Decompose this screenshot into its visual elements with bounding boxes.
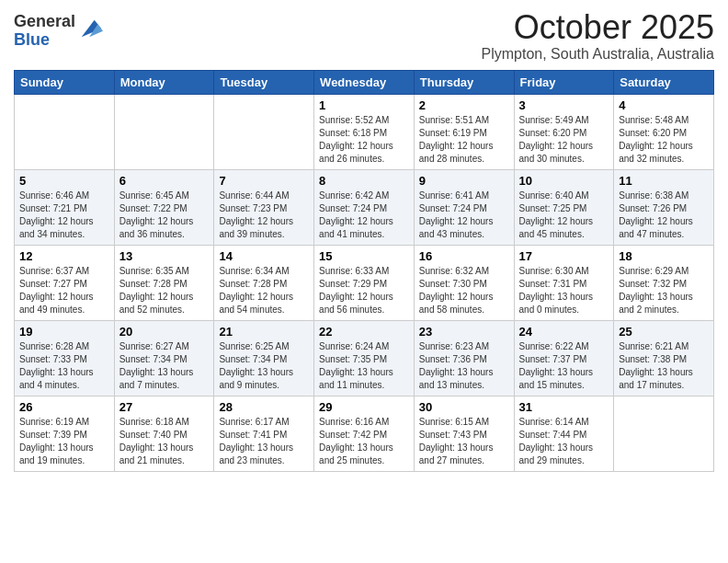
calendar-cell: 18Sunrise: 6:29 AM Sunset: 7:32 PM Dayli…	[614, 245, 714, 320]
day-number: 7	[219, 174, 309, 188]
day-info: Sunrise: 6:21 AM Sunset: 7:38 PM Dayligh…	[619, 340, 709, 392]
day-info: Sunrise: 5:48 AM Sunset: 6:20 PM Dayligh…	[619, 114, 709, 166]
calendar-cell: 7Sunrise: 6:44 AM Sunset: 7:23 PM Daylig…	[214, 169, 314, 245]
day-number: 5	[19, 174, 109, 188]
day-info: Sunrise: 6:33 AM Sunset: 7:29 PM Dayligh…	[319, 265, 409, 316]
day-info: Sunrise: 6:32 AM Sunset: 7:30 PM Dayligh…	[419, 265, 509, 316]
day-info: Sunrise: 6:25 AM Sunset: 7:34 PM Dayligh…	[219, 340, 309, 392]
day-number: 15	[319, 249, 409, 263]
day-number: 26	[19, 400, 109, 414]
day-info: Sunrise: 5:49 AM Sunset: 6:20 PM Dayligh…	[519, 114, 609, 166]
calendar-cell: 19Sunrise: 6:28 AM Sunset: 7:33 PM Dayli…	[15, 320, 115, 396]
calendar-week-3: 12Sunrise: 6:37 AM Sunset: 7:27 PM Dayli…	[15, 245, 714, 320]
calendar-cell: 10Sunrise: 6:40 AM Sunset: 7:25 PM Dayli…	[514, 169, 614, 245]
calendar-cell: 26Sunrise: 6:19 AM Sunset: 7:39 PM Dayli…	[15, 396, 115, 471]
calendar-cell: 13Sunrise: 6:35 AM Sunset: 7:28 PM Dayli…	[114, 245, 214, 320]
calendar-cell: 22Sunrise: 6:24 AM Sunset: 7:35 PM Dayli…	[314, 320, 415, 396]
day-number: 29	[319, 400, 409, 414]
calendar-cell	[614, 396, 714, 471]
day-number: 22	[319, 325, 409, 339]
day-number: 17	[519, 249, 609, 263]
day-info: Sunrise: 6:14 AM Sunset: 7:44 PM Dayligh…	[519, 416, 609, 467]
day-number: 19	[19, 325, 109, 339]
day-number: 2	[419, 98, 509, 112]
location-text: Plympton, South Australia, Australia	[482, 46, 714, 63]
calendar-cell: 8Sunrise: 6:42 AM Sunset: 7:24 PM Daylig…	[314, 169, 415, 245]
calendar-cell: 1Sunrise: 5:52 AM Sunset: 6:18 PM Daylig…	[314, 94, 415, 169]
day-number: 6	[119, 174, 210, 188]
calendar-week-4: 19Sunrise: 6:28 AM Sunset: 7:33 PM Dayli…	[15, 320, 714, 396]
logo: General Blue	[14, 13, 103, 50]
calendar-cell: 16Sunrise: 6:32 AM Sunset: 7:30 PM Dayli…	[414, 245, 514, 320]
day-info: Sunrise: 6:22 AM Sunset: 7:37 PM Dayligh…	[519, 340, 609, 392]
day-number: 10	[519, 174, 609, 188]
day-info: Sunrise: 5:51 AM Sunset: 6:19 PM Dayligh…	[419, 114, 509, 166]
day-info: Sunrise: 6:19 AM Sunset: 7:39 PM Dayligh…	[19, 416, 109, 467]
day-info: Sunrise: 6:37 AM Sunset: 7:27 PM Dayligh…	[19, 265, 109, 316]
day-number: 24	[519, 325, 609, 339]
day-info: Sunrise: 6:23 AM Sunset: 7:36 PM Dayligh…	[419, 340, 509, 392]
day-info: Sunrise: 6:38 AM Sunset: 7:26 PM Dayligh…	[619, 190, 709, 241]
calendar-cell: 5Sunrise: 6:46 AM Sunset: 7:21 PM Daylig…	[15, 169, 115, 245]
calendar-cell: 3Sunrise: 5:49 AM Sunset: 6:20 PM Daylig…	[514, 94, 614, 169]
day-number: 16	[419, 249, 509, 263]
day-info: Sunrise: 6:44 AM Sunset: 7:23 PM Dayligh…	[219, 190, 309, 241]
day-number: 9	[419, 174, 509, 188]
calendar-cell	[114, 94, 214, 169]
day-info: Sunrise: 6:15 AM Sunset: 7:43 PM Dayligh…	[419, 416, 509, 467]
logo-general-text: General	[14, 13, 75, 31]
calendar-header: Sunday Monday Tuesday Wednesday Thursday…	[15, 70, 714, 94]
day-number: 3	[519, 98, 609, 112]
header-row: Sunday Monday Tuesday Wednesday Thursday…	[15, 70, 714, 94]
day-number: 25	[619, 325, 709, 339]
col-monday: Monday	[114, 70, 214, 94]
calendar-cell: 27Sunrise: 6:18 AM Sunset: 7:40 PM Dayli…	[114, 396, 214, 471]
day-number: 13	[119, 249, 210, 263]
calendar-cell: 23Sunrise: 6:23 AM Sunset: 7:36 PM Dayli…	[414, 320, 514, 396]
page-header: General Blue October 2025 Plympton, Sout…	[14, 9, 714, 63]
calendar-cell: 9Sunrise: 6:41 AM Sunset: 7:24 PM Daylig…	[414, 169, 514, 245]
calendar-cell: 11Sunrise: 6:38 AM Sunset: 7:26 PM Dayli…	[614, 169, 714, 245]
day-info: Sunrise: 6:45 AM Sunset: 7:22 PM Dayligh…	[119, 190, 210, 241]
day-number: 18	[619, 249, 709, 263]
day-number: 4	[619, 98, 709, 112]
calendar-week-1: 1Sunrise: 5:52 AM Sunset: 6:18 PM Daylig…	[15, 94, 714, 169]
calendar-cell	[15, 94, 115, 169]
day-info: Sunrise: 6:17 AM Sunset: 7:41 PM Dayligh…	[219, 416, 309, 467]
calendar-cell: 17Sunrise: 6:30 AM Sunset: 7:31 PM Dayli…	[514, 245, 614, 320]
calendar-table: Sunday Monday Tuesday Wednesday Thursday…	[14, 70, 714, 472]
col-tuesday: Tuesday	[214, 70, 314, 94]
page-container: General Blue October 2025 Plympton, Sout…	[0, 0, 728, 486]
calendar-cell: 21Sunrise: 6:25 AM Sunset: 7:34 PM Dayli…	[214, 320, 314, 396]
day-info: Sunrise: 5:52 AM Sunset: 6:18 PM Dayligh…	[319, 114, 409, 166]
col-wednesday: Wednesday	[314, 70, 415, 94]
calendar-cell: 6Sunrise: 6:45 AM Sunset: 7:22 PM Daylig…	[114, 169, 214, 245]
calendar-cell: 30Sunrise: 6:15 AM Sunset: 7:43 PM Dayli…	[414, 396, 514, 471]
day-info: Sunrise: 6:40 AM Sunset: 7:25 PM Dayligh…	[519, 190, 609, 241]
day-number: 21	[219, 325, 309, 339]
day-info: Sunrise: 6:27 AM Sunset: 7:34 PM Dayligh…	[119, 340, 210, 392]
calendar-cell: 24Sunrise: 6:22 AM Sunset: 7:37 PM Dayli…	[514, 320, 614, 396]
day-info: Sunrise: 6:29 AM Sunset: 7:32 PM Dayligh…	[619, 265, 709, 316]
day-info: Sunrise: 6:28 AM Sunset: 7:33 PM Dayligh…	[19, 340, 109, 392]
logo-icon	[77, 16, 103, 41]
calendar-cell: 4Sunrise: 5:48 AM Sunset: 6:20 PM Daylig…	[614, 94, 714, 169]
day-number: 23	[419, 325, 509, 339]
day-info: Sunrise: 6:18 AM Sunset: 7:40 PM Dayligh…	[119, 416, 210, 467]
calendar-cell: 28Sunrise: 6:17 AM Sunset: 7:41 PM Dayli…	[214, 396, 314, 471]
day-info: Sunrise: 6:30 AM Sunset: 7:31 PM Dayligh…	[519, 265, 609, 316]
title-section: October 2025 Plympton, South Australia, …	[482, 9, 714, 63]
calendar-cell: 14Sunrise: 6:34 AM Sunset: 7:28 PM Dayli…	[214, 245, 314, 320]
day-info: Sunrise: 6:16 AM Sunset: 7:42 PM Dayligh…	[319, 416, 409, 467]
day-info: Sunrise: 6:41 AM Sunset: 7:24 PM Dayligh…	[419, 190, 509, 241]
day-number: 14	[219, 249, 309, 263]
calendar-body: 1Sunrise: 5:52 AM Sunset: 6:18 PM Daylig…	[15, 94, 714, 471]
calendar-cell: 31Sunrise: 6:14 AM Sunset: 7:44 PM Dayli…	[514, 396, 614, 471]
day-info: Sunrise: 6:42 AM Sunset: 7:24 PM Dayligh…	[319, 190, 409, 241]
calendar-cell: 29Sunrise: 6:16 AM Sunset: 7:42 PM Dayli…	[314, 396, 415, 471]
calendar-cell: 2Sunrise: 5:51 AM Sunset: 6:19 PM Daylig…	[414, 94, 514, 169]
col-sunday: Sunday	[15, 70, 115, 94]
calendar-week-2: 5Sunrise: 6:46 AM Sunset: 7:21 PM Daylig…	[15, 169, 714, 245]
day-info: Sunrise: 6:46 AM Sunset: 7:21 PM Dayligh…	[19, 190, 109, 241]
month-title: October 2025	[482, 9, 714, 46]
